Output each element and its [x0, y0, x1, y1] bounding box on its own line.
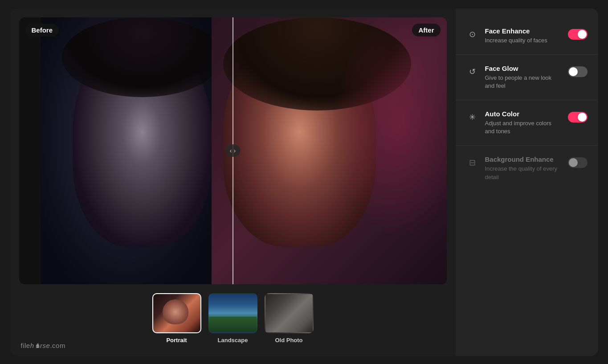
auto-color-title: Auto Color	[485, 110, 562, 118]
app-container: ‹ › Before After Portrait Landscape Old …	[10, 8, 598, 356]
bg-enhance-content: Background Enhance Increase the quality …	[485, 155, 562, 181]
control-face-glow: ↺ Face Glow Give to people a new look an…	[456, 55, 598, 100]
thumbnail-oldphoto[interactable]: Old Photo	[265, 293, 314, 344]
bg-enhance-desc: Increase the quality of every detail	[485, 165, 562, 181]
image-viewer: ‹ › Before After	[19, 17, 447, 284]
face-glow-content: Face Glow Give to people a new look and …	[485, 65, 562, 90]
face-glow-icon: ↺	[466, 65, 479, 78]
face-enhance-icon: ⊙	[466, 28, 479, 41]
bg-enhance-title: Background Enhance	[485, 155, 562, 163]
face-enhance-content: Face Enhance Increase quality of faces	[485, 27, 562, 45]
thumbnail-landscape-label: Landscape	[218, 337, 248, 344]
face-enhance-knob	[578, 30, 587, 39]
watermark-horse: h♞rse	[30, 342, 50, 349]
face-enhance-toggle[interactable]	[568, 29, 588, 40]
auto-color-content: Auto Color Adjust and improve colors and…	[485, 110, 562, 135]
thumbnail-strip: Portrait Landscape Old Photo	[19, 291, 447, 347]
bg-enhance-icon: ⊟	[466, 156, 479, 169]
auto-color-icon: ✳	[466, 111, 479, 123]
face-glow-title: Face Glow	[485, 65, 562, 72]
after-image	[212, 17, 447, 284]
before-label: Before	[25, 24, 59, 37]
watermark: fileh♞rse.com	[21, 342, 65, 350]
face-glow-desc: Give to people a new look and feel	[485, 74, 562, 90]
image-panel: ‹ › Before After Portrait Landscape Old …	[10, 8, 456, 356]
auto-color-toggle[interactable]	[568, 112, 588, 123]
bg-enhance-knob	[569, 158, 578, 167]
control-face-enhance: ⊙ Face Enhance Increase quality of faces	[456, 17, 598, 55]
thumbnail-oldphoto-label: Old Photo	[275, 337, 302, 344]
auto-color-desc: Adjust and improve colors and tones	[485, 119, 562, 135]
bg-enhance-toggle	[568, 157, 588, 168]
face-enhance-title: Face Enhance	[485, 27, 562, 35]
thumbnail-landscape-img	[208, 293, 257, 333]
after-label: After	[412, 24, 440, 37]
right-arrow-icon: ›	[234, 147, 236, 154]
face-glow-toggle[interactable]	[568, 66, 588, 77]
face-enhance-desc: Increase quality of faces	[485, 37, 562, 45]
control-bg-enhance: ⊟ Background Enhance Increase the qualit…	[456, 146, 598, 191]
controls-panel: ⊙ Face Enhance Increase quality of faces…	[456, 8, 598, 356]
thumbnail-portrait[interactable]: Portrait	[152, 293, 201, 344]
thumbnail-portrait-img	[152, 293, 201, 333]
split-handle[interactable]: ‹ ›	[225, 144, 240, 157]
thumbnail-portrait-label: Portrait	[166, 337, 187, 344]
face-glow-knob	[569, 67, 578, 76]
left-arrow-icon: ‹	[230, 147, 232, 154]
thumbnail-landscape[interactable]: Landscape	[208, 293, 257, 344]
thumbnail-oldphoto-img	[265, 293, 314, 333]
control-auto-color: ✳ Auto Color Adjust and improve colors a…	[456, 100, 598, 146]
auto-color-knob	[578, 113, 587, 122]
